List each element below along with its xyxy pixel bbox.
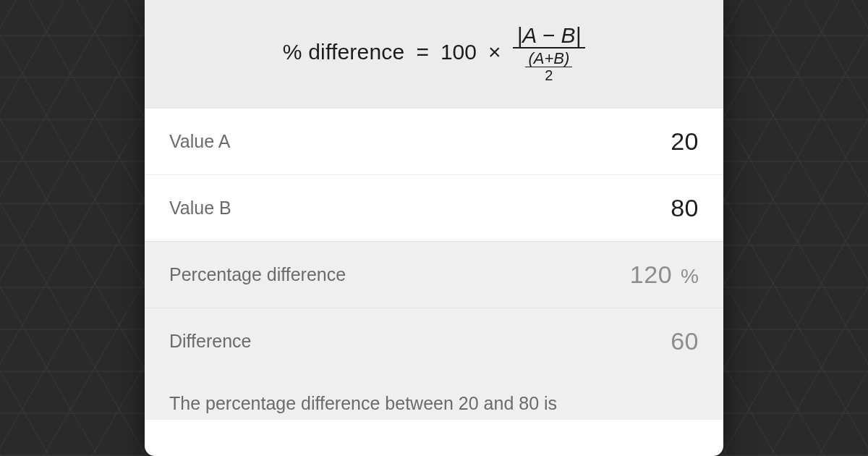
- value-a-label: Value A: [169, 131, 230, 152]
- summary-text: The percentage difference between 20 and…: [145, 374, 723, 420]
- difference-row: Difference 60: [145, 308, 723, 374]
- value-a-row[interactable]: Value A 20: [145, 108, 723, 174]
- formula-denom-top: (A+B): [525, 50, 572, 67]
- formula-times: ×: [488, 40, 501, 64]
- formula-display: % difference = 100 × |A − B| (A+B) 2: [145, 0, 723, 108]
- value-b-input[interactable]: 80: [612, 194, 699, 222]
- percentage-difference-label: Percentage difference: [169, 264, 346, 285]
- difference-label: Difference: [169, 331, 252, 352]
- formula-lhs: % difference: [283, 40, 405, 64]
- formula-denominator: (A+B) 2: [521, 48, 576, 83]
- formula-fraction: |A − B| (A+B) 2: [513, 23, 586, 83]
- percentage-difference-value: 120: [585, 261, 672, 289]
- calculator-card: % difference = 100 × |A − B| (A+B) 2 Val…: [145, 0, 723, 456]
- formula-denom-bottom: 2: [545, 67, 553, 83]
- difference-value: 60: [612, 327, 699, 355]
- value-a-input[interactable]: 20: [612, 127, 699, 156]
- value-b-row[interactable]: Value B 80: [145, 174, 723, 241]
- formula-equals: =: [416, 40, 429, 64]
- value-b-label: Value B: [169, 198, 231, 219]
- formula-constant: 100: [441, 40, 477, 64]
- percentage-difference-unit: %: [681, 265, 699, 288]
- percentage-difference-row: Percentage difference 120 %: [145, 241, 723, 308]
- formula-numerator: |A − B|: [513, 23, 586, 48]
